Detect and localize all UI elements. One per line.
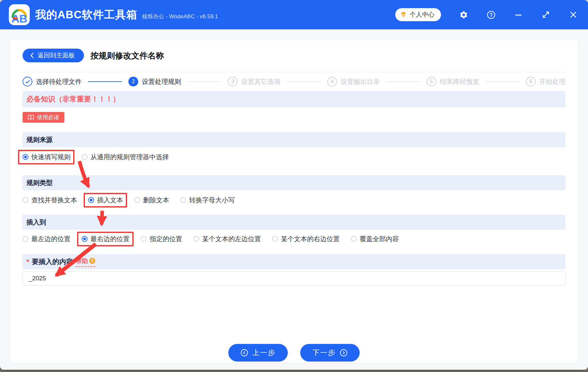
section-band-insert-position: 插入到 (23, 215, 565, 230)
step-connector (287, 81, 320, 82)
radio-circle-icon (134, 197, 140, 203)
help-link-wrap[interactable]: 帮助 ? (75, 257, 95, 267)
help-icon[interactable] (486, 10, 496, 20)
close-icon[interactable] (568, 10, 578, 20)
title-bar: A B 我的ABC软件工具箱 核烁办公 - WodeABC - v6.59.1 … (0, 0, 588, 29)
radio-option-insert-position-0[interactable]: 最左边的位置 (23, 235, 71, 243)
back-button-label: 返回到主面板 (38, 51, 75, 60)
circle-chevron-left-icon (240, 349, 248, 357)
radio-option-label: 某个文本的左边位置 (202, 235, 261, 243)
radio-circle-icon (82, 236, 88, 242)
section-band-rule-type: 规则类型 (23, 175, 565, 190)
radio-option-insert-position-5[interactable]: 覆盖全部内容 (351, 235, 399, 243)
wizard-footer: 上一步 下一步 (23, 344, 565, 362)
insert-content-label: 要插入的内容 (32, 257, 73, 266)
radio-option-label: 快速填写规则 (31, 153, 71, 162)
insert-content-input[interactable] (23, 271, 565, 286)
page-title: 按规则修改文件名称 (90, 50, 164, 61)
radio-circle-icon (272, 236, 278, 242)
help-link[interactable]: 帮助 (75, 257, 88, 265)
step-4: 4设置输出目录 (327, 77, 380, 86)
step-1-label: 选择待处理文件 (36, 77, 82, 86)
vip-diamond-icon: V (400, 11, 407, 18)
step-2: 2设置处理规则 (128, 77, 181, 86)
prev-step-label: 上一步 (252, 348, 276, 358)
step-5-label: 结果路径预览 (440, 77, 479, 86)
back-to-main-button[interactable]: 返回到主面板 (23, 49, 84, 62)
book-icon (28, 115, 34, 120)
step-3-circle: 3 (228, 77, 237, 86)
radio-circle-icon (193, 236, 199, 242)
section-title-insert-position: 插入到 (26, 218, 46, 227)
card-header: 返回到主面板 按规则修改文件名称 (23, 49, 565, 62)
radio-option-label: 最右边的位置 (90, 235, 130, 243)
step-indicator: 选择待处理文件2设置处理规则3设置其它选项4设置输出目录5结果路径预览6开始处理 (23, 72, 565, 91)
radio-option-rule-type-1[interactable]: 插入文本 (88, 196, 123, 205)
radio-circle-icon (82, 154, 88, 160)
check-icon (25, 80, 30, 84)
step-2-circle: 2 (128, 77, 138, 86)
radio-option-label: 删除文本 (143, 196, 169, 205)
radio-circle-icon (23, 154, 28, 160)
user-center-button[interactable]: V 个人中心 (395, 8, 441, 21)
step-1-circle (23, 77, 32, 86)
main-card: 返回到主面板 按规则修改文件名称 选择待处理文件2设置处理规则3设置其它选项4设… (10, 39, 578, 363)
svg-text:V: V (402, 13, 404, 16)
next-step-label: 下一步 (312, 348, 336, 358)
app-window: A B 我的ABC软件工具箱 核烁办公 - WodeABC - v6.59.1 … (0, 0, 588, 370)
step-connector (88, 81, 122, 82)
step-6-circle: 6 (526, 77, 536, 86)
step-connector (386, 81, 420, 82)
maximize-icon[interactable] (541, 10, 551, 20)
radio-circle-icon (351, 236, 357, 242)
section-band-rule-source: 规则来源 (23, 132, 565, 147)
next-step-button[interactable]: 下一步 (300, 344, 360, 362)
step-6-label: 开始处理 (539, 77, 565, 86)
radio-option-label: 转换字母大小写 (189, 196, 235, 205)
step-4-label: 设置输出目录 (341, 77, 380, 86)
radio-option-rule-type-2[interactable]: 删除文本 (134, 196, 169, 205)
radio-option-insert-position-2[interactable]: 指定的位置 (141, 235, 182, 243)
must-read-label: 使用必读 (37, 114, 59, 121)
radio-option-insert-position-4[interactable]: 某个文本的右边位置 (272, 235, 340, 243)
radio-circle-icon (180, 197, 186, 203)
step-2-label: 设置处理规则 (142, 77, 181, 86)
step-3: 3设置其它选项 (228, 77, 280, 86)
step-connector (188, 81, 221, 82)
radio-circle-icon (88, 197, 94, 203)
svg-text:B: B (19, 12, 27, 25)
notice-banner-text: 必备知识（非常重要！！！） (26, 94, 120, 104)
minimize-icon[interactable] (514, 10, 523, 20)
section-title-rule-type: 规则类型 (26, 178, 53, 187)
radio-option-rule-source-1[interactable]: 从通用的规则管理器中选择 (82, 153, 169, 162)
radio-option-label: 最左边的位置 (31, 235, 71, 243)
must-read-button[interactable]: 使用必读 (23, 112, 64, 123)
radio-circle-icon (23, 197, 28, 203)
prev-step-button[interactable]: 上一步 (228, 344, 288, 362)
step-5-circle: 5 (427, 77, 436, 86)
radio-option-label: 插入文本 (97, 196, 123, 205)
app-title: 我的ABC软件工具箱 (35, 8, 138, 22)
radio-option-insert-position-3[interactable]: 某个文本的左边位置 (193, 235, 261, 243)
radio-option-label: 指定的位置 (150, 235, 182, 243)
radio-group-rule-type: 查找并替换文本插入文本删除文本转换字母大小写 (23, 193, 565, 207)
chevron-left-icon (30, 53, 34, 58)
important-notice-banner: 必备知识（非常重要！！！） (23, 91, 565, 107)
app-logo-icon: A B (8, 4, 30, 25)
radio-circle-icon (141, 236, 147, 242)
settings-icon[interactable] (459, 10, 468, 20)
insert-content-band: * 要插入的内容 帮助 ? (23, 254, 565, 269)
radio-option-label: 从通用的规则管理器中选择 (90, 153, 169, 162)
radio-option-rule-type-0[interactable]: 查找并替换文本 (23, 196, 77, 205)
help-question-icon[interactable]: ? (89, 258, 95, 264)
step-6: 6开始处理 (526, 77, 565, 86)
app-subtitle: 核烁办公 - WodeABC - v6.59.1 (142, 13, 218, 20)
step-5: 5结果路径预览 (427, 77, 479, 86)
radio-option-insert-position-1[interactable]: 最右边的位置 (82, 235, 130, 243)
radio-option-label: 覆盖全部内容 (360, 235, 399, 243)
radio-option-rule-source-0[interactable]: 快速填写规则 (23, 153, 71, 162)
circle-chevron-right-icon (340, 349, 348, 357)
page-background: 返回到主面板 按规则修改文件名称 选择待处理文件2设置处理规则3设置其它选项4设… (0, 29, 588, 370)
radio-option-rule-type-3[interactable]: 转换字母大小写 (180, 196, 235, 205)
section-title-rule-source: 规则来源 (26, 135, 53, 144)
